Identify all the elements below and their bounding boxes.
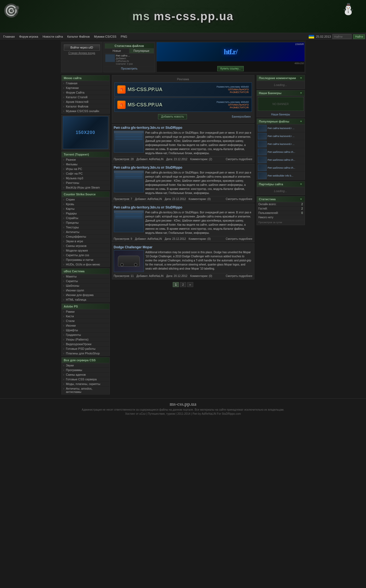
sidebar-item-styles[interactable]: Стили: [62, 319, 109, 323]
sidebar-item-group-icons[interactable]: Иконки групп: [62, 288, 109, 293]
sidebar-item-layouts[interactable]: Макеты: [62, 274, 109, 279]
sidebar-item-weapon-models[interactable]: Модели оружия: [62, 248, 109, 253]
sidebar-item-radars[interactable]: Радары: [62, 211, 109, 216]
sidebar-item-scripts[interactable]: Скрипты для css: [62, 253, 109, 258]
sidebar-item-huds[interactable]: HUDs, GUIs и фон меню: [62, 262, 109, 267]
sidebar-item-forum-icons[interactable]: Иконки для форума: [62, 293, 109, 297]
stats-section: Статистика ▼ Онлайн всего: 2 Гостей: 2 П…: [257, 196, 305, 225]
sidebar-item-archive[interactable]: Архив Новостей: [62, 100, 109, 104]
stats-expand-icon[interactable]: ▼: [300, 198, 302, 201]
nav-files[interactable]: Каталог Файлов: [65, 34, 92, 39]
page-2-button[interactable]: 2: [180, 282, 186, 287]
popular-file-6-name[interactable]: Рип шаблона сайта ch...: [268, 166, 295, 169]
popular-files-section: Популярные файлы ▼ Рип сайта kazsound.r …: [257, 118, 305, 180]
sidebar-item-server-programs[interactable]: Программы: [62, 368, 109, 372]
article-2-read-more[interactable]: Смотреть подробнее: [226, 198, 252, 201]
sidebar-item-psd-work[interactable]: Готовые PSD работы: [62, 347, 109, 351]
article-2-title[interactable]: Рип сайта gfx-territory.3dn.ru от StuDRi…: [114, 166, 252, 169]
sidebar-item-admin-skins[interactable]: Скины аденов: [62, 372, 109, 377]
sidebar-item-html-table[interactable]: HTML таблица: [62, 297, 109, 302]
nav-forum[interactable]: Форум игрока: [17, 34, 40, 39]
article-4-read-more[interactable]: Смотреть подробнее: [226, 274, 252, 277]
popular-file-1-name[interactable]: Рип сайта kazsound.r ...: [268, 127, 295, 130]
sidebar-item-soft-pc[interactable]: Софт на PC: [62, 171, 109, 176]
nav-home[interactable]: Главная: [1, 34, 17, 39]
partners-expand-icon[interactable]: ▼: [300, 183, 302, 186]
sidebar-item-misc[interactable]: Разное: [62, 157, 109, 162]
popular-file-7-name[interactable]: Рип webbuilder info b...: [268, 174, 293, 177]
menu-section: Меню сайта Главная Картинки Форум Сайта …: [61, 75, 110, 114]
sidebar-item-textures[interactable]: Текстуры: [62, 225, 109, 230]
sidebar-item-sights[interactable]: Прицелы: [62, 220, 109, 225]
sidebar-item-frames[interactable]: Рамки: [62, 309, 109, 314]
sidebar-item-mods[interactable]: Моды, плагины, скрипты: [62, 382, 109, 386]
old-login-link[interactable]: Старая форма входа: [68, 52, 95, 55]
banners-expand-icon[interactable]: ▼: [300, 92, 302, 94]
sidebar-item-movies[interactable]: Мувики CS/CSS онлайн: [62, 109, 109, 114]
sidebar-item-maps[interactable]: Карты: [62, 207, 109, 211]
sidebar-item-filecat[interactable]: Каталог Файлов: [62, 104, 109, 109]
sidebar-item-home[interactable]: Главная: [62, 81, 109, 86]
buy-link-button[interactable]: Купить ссылку...: [217, 66, 243, 71]
sidebar-item-tutorials[interactable]: Видеоуроки/Уроки: [62, 342, 109, 347]
page-1-button[interactable]: 1: [173, 282, 179, 287]
sidebar-item-ringtones[interactable]: Рингтоны: [62, 181, 109, 185]
nav-news[interactable]: Новости сайта: [40, 34, 65, 39]
ukraine-flag-icon: [309, 35, 314, 38]
sidebar-item-programs[interactable]: Программы и патчи: [62, 258, 109, 262]
sidebar-item-effects[interactable]: Спецэффекты: [62, 234, 109, 239]
stats-tab-new[interactable]: Новые: [105, 49, 129, 53]
sidebar-item-sprites[interactable]: Спрайты: [62, 216, 109, 220]
search-input[interactable]: [332, 34, 352, 39]
add-news-button[interactable]: Добавить новость: [158, 114, 187, 119]
nav-png[interactable]: PNG: [118, 34, 129, 39]
article-3-title[interactable]: Рип сайта gfx-territory.3dn.ru от StuDRi…: [114, 205, 252, 209]
stat-users: Пользователей: 0: [257, 211, 305, 215]
ad-banner-1[interactable]: 🎁 MS-CSS.PP.UA Разместить рекламу 468x60…: [114, 82, 252, 97]
sidebar-item-server-sounds[interactable]: Звуки: [62, 363, 109, 368]
sidebar-item-articles[interactable]: Каталог Статей: [62, 95, 109, 100]
sidebar-ad-box[interactable]: 150X200: [63, 116, 108, 149]
page-next-button[interactable]: »: [187, 282, 193, 287]
sidebar-item-plugins[interactable]: Плагины для PhotoShop: [62, 351, 109, 356]
sidebar-item-sounds[interactable]: Звуки в игре: [62, 239, 109, 244]
expand-icon[interactable]: ▼: [300, 77, 302, 79]
popular-file-4-name[interactable]: Рип шаблона сайта ch...: [268, 151, 295, 153]
sidebar-item-spray[interactable]: Сприн: [62, 197, 109, 202]
popular-file-3-name[interactable]: Рип сайта kazsound.r ...: [268, 143, 295, 145]
sidebar-item-antispam[interactable]: Античиты, amxdos, антиспамы: [62, 386, 109, 394]
login-button[interactable]: Войти через uID: [64, 44, 100, 50]
sidebar-item-templates[interactable]: Шаблоны: [62, 283, 109, 288]
article-1-read-more[interactable]: Смотреть подробнее: [226, 158, 252, 161]
our-banners-link[interactable]: Наши баннеры: [257, 112, 305, 117]
popular-file-5-name[interactable]: Рип шаблона сайта ch...: [268, 159, 295, 161]
sidebar-item-films[interactable]: Фильмы: [62, 162, 109, 167]
sidebar-item-pictures[interactable]: Картинки: [62, 86, 109, 90]
popular-expand-icon[interactable]: ▼: [300, 120, 302, 123]
sidebar-item-music[interactable]: Музыка mp3: [62, 176, 109, 181]
sidebar-item-patterns[interactable]: Узоры (Patterns): [62, 337, 109, 342]
sidebar-item-icons[interactable]: Иконки: [62, 323, 109, 328]
stats-view-all[interactable]: Просмотреть: [105, 66, 154, 71]
sidebar-item-ready-servers[interactable]: Готовые CSS сервера: [62, 377, 109, 382]
nav-movies[interactable]: Мувики CS/CSS: [92, 34, 119, 39]
sidebar-item-gradients[interactable]: Градиенты: [62, 333, 109, 337]
sidebar-item-brushes[interactable]: Кисти: [62, 314, 109, 319]
sidebar-item-games-pc[interactable]: Игры на PC: [62, 167, 109, 171]
popular-file-2-name[interactable]: Рип сайта kazsound.r ...: [268, 135, 295, 138]
sidebar-item-fonts[interactable]: Шрифты: [62, 328, 109, 333]
search-button[interactable]: Найти: [353, 34, 365, 39]
article-4-title[interactable]: Dodge Challenger Mopar: [114, 245, 252, 249]
article-3-read-more[interactable]: Смотреть подробнее: [226, 237, 252, 240]
sidebar-item-backup[interactable]: BackUp Игры для Steam: [62, 185, 109, 190]
sidebar-item-anticheat[interactable]: Античиты: [62, 230, 109, 234]
banner-exchange-link[interactable]: Баннерообмен: [231, 115, 252, 119]
sidebar-item-player-skins[interactable]: Скины игроков: [62, 244, 109, 248]
article-1-title[interactable]: Рип сайта gfx-territory.3dn.ru от StuDRi…: [114, 126, 252, 130]
css-title: Counter Strike:Source: [62, 192, 109, 197]
sidebar-item-blood[interactable]: Кровь: [62, 202, 109, 207]
sidebar-item-forum[interactable]: Форум Сайта: [62, 90, 109, 95]
ad-banner-2[interactable]: 🎁 MS-CSS.PP.UA Разместить рекламу 468x60…: [114, 98, 252, 112]
stats-tab-popular[interactable]: Популярные: [129, 49, 154, 53]
sidebar-item-uoz-scripts[interactable]: Скрипты: [62, 279, 109, 283]
